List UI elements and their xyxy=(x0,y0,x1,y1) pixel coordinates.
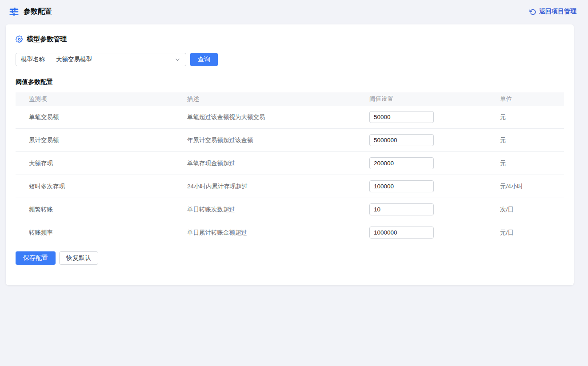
row-monitor-item: 短时多次存现 xyxy=(16,183,187,191)
threshold-input[interactable] xyxy=(369,227,434,239)
row-unit: 元/日 xyxy=(496,229,564,237)
threshold-table: 监测项 描述 阈值设置 单位 单笔交易额 单笔超过该金额视为大额交易 元 累计交… xyxy=(16,92,564,244)
row-description: 单笔超过该金额视为大额交易 xyxy=(187,113,369,121)
row-threshold-cell xyxy=(369,134,496,146)
threshold-input[interactable] xyxy=(369,180,434,192)
back-link-label: 返回项目管理 xyxy=(539,8,576,16)
undo-arrow-icon xyxy=(529,8,536,15)
row-threshold-cell xyxy=(369,227,496,239)
threshold-section-title: 阈值参数配置 xyxy=(16,78,564,86)
model-name-label: 模型名称 xyxy=(16,56,50,64)
row-monitor-item: 转账频率 xyxy=(16,229,187,237)
row-unit: 元/4小时 xyxy=(496,183,564,191)
row-unit: 次/日 xyxy=(496,206,564,214)
row-description: 单笔存现金额超过 xyxy=(187,159,369,167)
row-monitor-item: 大额存现 xyxy=(16,159,187,167)
table-row: 频繁转账 单日转账次数超过 次/日 xyxy=(16,198,564,221)
table-body: 单笔交易额 单笔超过该金额视为大额交易 元 累计交易额 年累计交易额超过该金额 … xyxy=(16,106,564,244)
save-config-button[interactable]: 保存配置 xyxy=(16,251,56,265)
chevron-down-icon xyxy=(174,56,186,63)
threshold-input[interactable] xyxy=(369,157,434,169)
row-monitor-item: 频繁转账 xyxy=(16,206,187,214)
threshold-input[interactable] xyxy=(369,134,434,146)
header-description: 描述 xyxy=(187,95,369,103)
gear-icon xyxy=(16,36,23,43)
row-description: 单日累计转账金额超过 xyxy=(187,229,369,237)
table-header-row: 监测项 描述 阈值设置 单位 xyxy=(16,92,564,106)
model-params-card: 模型参数管理 模型名称 大额交易模型 查询 阈值参数配置 监测项 描述 阈值设置… xyxy=(6,24,574,285)
restore-default-button[interactable]: 恢复默认 xyxy=(59,251,98,265)
row-unit: 元 xyxy=(496,113,564,121)
row-unit: 元 xyxy=(496,159,564,167)
row-threshold-cell xyxy=(369,157,496,169)
table-row: 单笔交易额 单笔超过该金额视为大额交易 元 xyxy=(16,106,564,129)
header-unit: 单位 xyxy=(496,95,564,103)
model-name-value: 大额交易模型 xyxy=(50,56,174,64)
query-button[interactable]: 查询 xyxy=(190,53,218,66)
card-title: 模型参数管理 xyxy=(27,35,67,44)
row-threshold-cell xyxy=(369,203,496,215)
row-description: 24小时内累计存现超过 xyxy=(187,183,369,191)
back-to-project-link[interactable]: 返回项目管理 xyxy=(529,8,576,16)
sliders-icon xyxy=(9,7,19,17)
row-description: 年累计交易额超过该金额 xyxy=(187,136,369,144)
row-threshold-cell xyxy=(369,180,496,192)
topbar: 参数配置 返回项目管理 xyxy=(0,0,588,23)
header-monitor-item: 监测项 xyxy=(16,95,187,103)
row-monitor-item: 单笔交易额 xyxy=(16,113,187,121)
page-title: 参数配置 xyxy=(24,7,52,16)
threshold-input[interactable] xyxy=(369,111,434,123)
row-threshold-cell xyxy=(369,111,496,123)
row-description: 单日转账次数超过 xyxy=(187,206,369,214)
table-row: 大额存现 单笔存现金额超过 元 xyxy=(16,152,564,175)
row-monitor-item: 累计交易额 xyxy=(16,136,187,144)
model-name-select[interactable]: 模型名称 大额交易模型 xyxy=(16,53,186,66)
table-row: 转账频率 单日累计转账金额超过 元/日 xyxy=(16,221,564,244)
table-row: 短时多次存现 24小时内累计存现超过 元/4小时 xyxy=(16,175,564,198)
threshold-input[interactable] xyxy=(369,203,434,215)
header-threshold: 阈值设置 xyxy=(369,95,496,103)
table-row: 累计交易额 年累计交易额超过该金额 元 xyxy=(16,129,564,152)
row-unit: 元 xyxy=(496,136,564,144)
